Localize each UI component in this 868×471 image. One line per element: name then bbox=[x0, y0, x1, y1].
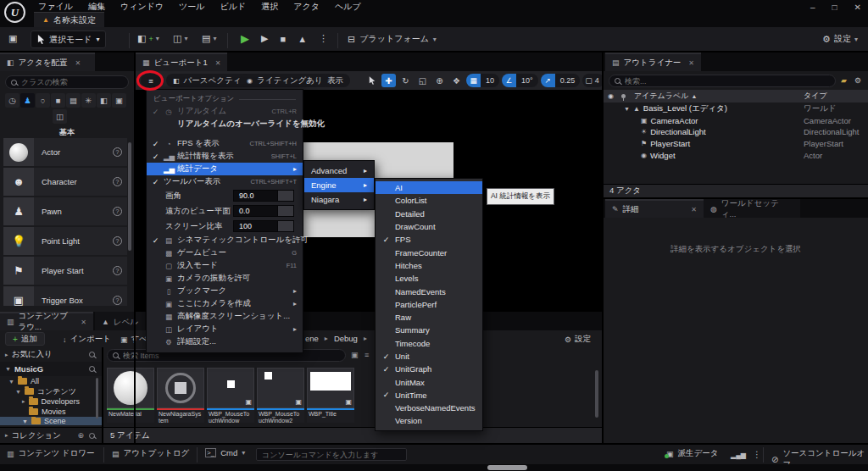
stat-item-fps[interactable]: ✓FPS bbox=[376, 233, 482, 246]
play-button[interactable]: ▶ bbox=[241, 32, 249, 45]
close-icon[interactable]: ✕ bbox=[81, 319, 86, 326]
eye-icon[interactable]: ◉ bbox=[608, 92, 614, 100]
stat-item-version[interactable]: Version bbox=[376, 414, 482, 427]
scale-snap-control[interactable]: ↗ 0.25 bbox=[541, 74, 581, 87]
save-icon[interactable]: ▣ bbox=[8, 33, 17, 44]
category-recent-icon[interactable]: ◷ bbox=[5, 93, 19, 108]
outliner-row-camera[interactable]: ▣ CameraActor CameraActor bbox=[604, 115, 868, 127]
outliner-settings-icon[interactable]: ⚙ bbox=[854, 76, 861, 85]
help-icon[interactable]: ? bbox=[113, 177, 122, 186]
settings-dropdown[interactable]: ⚙ 設定 ▾ bbox=[822, 33, 858, 45]
menu-edit[interactable]: 編集 bbox=[81, 1, 113, 13]
asset-new-niagara[interactable]: NewNiagaraSystem bbox=[157, 368, 204, 423]
search-icon[interactable] bbox=[89, 433, 95, 439]
tree-item-all[interactable]: ▼ All bbox=[0, 376, 102, 386]
tab-details[interactable]: ✎ 詳細 ✕ bbox=[605, 199, 704, 218]
list-item-player-start[interactable]: ⚑ Player Start? bbox=[3, 257, 127, 285]
menu-help[interactable]: ヘルプ bbox=[327, 1, 369, 13]
tab-world-settings[interactable]: ◍ ワールドセッティ... bbox=[704, 199, 800, 218]
category-effects-icon[interactable]: ✳ bbox=[81, 93, 96, 108]
stat-item-levels[interactable]: Levels bbox=[376, 272, 482, 285]
scrollbar[interactable] bbox=[128, 142, 131, 251]
play-options-button[interactable]: ⋮ bbox=[319, 33, 328, 44]
save-search-icon[interactable]: ▣ bbox=[351, 351, 359, 359]
stat-item-hitches[interactable]: Hitches bbox=[376, 259, 482, 272]
close-icon[interactable]: ✕ bbox=[215, 59, 221, 67]
collections-row[interactable]: ▸ コレクション ⊕ bbox=[0, 427, 102, 443]
list-item-trigger-box[interactable]: ▣ Trigger Box? bbox=[3, 286, 127, 306]
move-tool-button[interactable]: ✚ bbox=[381, 74, 396, 87]
menu-build[interactable]: ビルド bbox=[213, 1, 254, 13]
more-icon[interactable]: ⋮ bbox=[753, 450, 761, 459]
add-collection-icon[interactable]: ⊕ bbox=[77, 431, 84, 440]
menu-item-stat-data[interactable]: ▂▅ 統計データ ▸ bbox=[147, 163, 303, 175]
scrollbar[interactable] bbox=[595, 370, 598, 418]
far-plane-input[interactable]: 0.0 bbox=[233, 205, 294, 217]
show-dropdown[interactable]: 表示 bbox=[320, 74, 350, 87]
menu-item-show-fps[interactable]: ✓ ◔ FPS を表示 CTRL+SHIFT+H bbox=[147, 137, 303, 150]
list-item-point-light[interactable]: 💡 Point Light? bbox=[3, 227, 127, 255]
scrollbar[interactable] bbox=[96, 378, 98, 418]
scale-tool-button[interactable]: ◱ bbox=[415, 74, 430, 87]
minimize-button[interactable]: – bbox=[810, 3, 815, 12]
eject-button[interactable]: ▲ bbox=[298, 34, 307, 44]
tab-levels[interactable]: ▲ レベル bbox=[95, 312, 145, 330]
stat-item-raw[interactable]: Raw bbox=[376, 311, 482, 324]
stop-button[interactable]: ■ bbox=[280, 34, 286, 44]
outliner-row-level[interactable]: ▼ ▲ Basis_Level (エディタ) ワールド bbox=[604, 103, 868, 115]
asset-wbp-mouse-touch2[interactable]: ▣ WBP_MouseTouchWindow2 bbox=[257, 368, 304, 423]
surface-snap-button[interactable]: ❖ bbox=[449, 74, 464, 87]
drawer-handle[interactable] bbox=[487, 465, 527, 470]
tab-content-browser[interactable]: ▥ コンテンツブラウ... ✕ bbox=[0, 312, 93, 330]
menu-item-camera-shake[interactable]: ▣ カメラの振動を許可 bbox=[147, 272, 303, 285]
expand-arrow-icon[interactable]: ▼ bbox=[624, 106, 630, 112]
screen-percentage-input[interactable]: 100 bbox=[233, 220, 294, 232]
menu-item-game-view[interactable]: ▩ ゲームビュー G bbox=[147, 247, 303, 259]
blueprints-dropdown[interactable]: ◫▾ bbox=[173, 33, 187, 44]
close-icon[interactable]: ✕ bbox=[75, 59, 81, 67]
menu-actor[interactable]: アクタ bbox=[286, 1, 327, 13]
stat-item-drawcount[interactable]: DrawCount bbox=[376, 220, 482, 233]
asset-wbp-mouse-touch[interactable]: ▣ WBP_MouseTouchWindow bbox=[207, 368, 254, 423]
stat-item-verbosenamedevents[interactable]: VerboseNamedEvents bbox=[376, 402, 482, 414]
outliner-row-directional-light[interactable]: ☀ DirectionalLight DirectionalLight bbox=[604, 126, 868, 138]
help-icon[interactable]: ? bbox=[113, 296, 122, 305]
stat-item-colorlist[interactable]: ColorList bbox=[376, 194, 482, 207]
view-mode-dropdown[interactable]: ◉ ライティングあり bbox=[240, 74, 330, 87]
category-all-icon[interactable]: ◫ bbox=[53, 109, 67, 124]
stat-item-detailed[interactable]: Detailed bbox=[376, 208, 482, 220]
tab-outliner[interactable]: ▤ アウトライナー ✕ bbox=[605, 53, 701, 71]
stat-item-namedevents[interactable]: NamedEvents bbox=[376, 285, 482, 297]
search-icon[interactable] bbox=[89, 366, 95, 372]
menu-item-bookmarks[interactable]: ▯ ブックマーク ▸ bbox=[147, 285, 303, 297]
asset-wbp-title[interactable]: ▣ WBP_Title bbox=[307, 368, 354, 423]
category-shapes-icon[interactable]: ■ bbox=[51, 93, 65, 108]
import-button[interactable]: ↓ インポート bbox=[63, 334, 111, 345]
platform-dropdown[interactable]: ⊟ プラットフォーム ▾ bbox=[348, 33, 437, 45]
stat-item-unitmax[interactable]: UnitMax bbox=[376, 375, 482, 388]
stat-item-unittime[interactable]: ✓UnitTime bbox=[376, 389, 482, 402]
category-cinematic-icon[interactable]: ▤ bbox=[66, 93, 81, 108]
cmd-dropdown[interactable]: >_ Cmd ▾ bbox=[205, 448, 245, 457]
stat-item-unitgraph[interactable]: ✓UnitGraph bbox=[376, 363, 482, 375]
new-folder-icon[interactable]: ▰ bbox=[841, 76, 847, 85]
list-item-actor[interactable]: Actor? bbox=[3, 138, 127, 166]
panel-divider[interactable] bbox=[604, 197, 868, 199]
output-log-button[interactable]: ▤ アウトプットログ bbox=[112, 448, 189, 459]
menu-item-disable-realtime-override[interactable]: リアルタイムのオーバーライドを無効化 bbox=[147, 118, 303, 130]
console-input-box[interactable] bbox=[256, 448, 407, 461]
content-settings-button[interactable]: ⚙ 設定 bbox=[565, 334, 591, 345]
stats-graph-icon[interactable]: ▂▄▆ bbox=[731, 452, 746, 459]
project-tab[interactable]: ▲ 名称未設定 bbox=[34, 12, 104, 27]
help-icon[interactable]: ? bbox=[113, 236, 122, 246]
add-actor-dropdown[interactable]: ◧+▾ bbox=[137, 33, 159, 44]
menu-file[interactable]: ファイル bbox=[31, 1, 81, 13]
maximize-button[interactable]: □ bbox=[832, 3, 837, 12]
category-volumes-icon[interactable]: ▣ bbox=[112, 93, 126, 108]
menu-item-immersive-mode[interactable]: ▢ 没入モード F11 bbox=[147, 259, 303, 272]
outliner-search-input[interactable] bbox=[625, 77, 830, 86]
favorites-row[interactable]: ▸ お気に入り bbox=[0, 347, 102, 362]
fov-input[interactable]: 90.0 bbox=[233, 190, 294, 202]
select-mode-dropdown[interactable]: 選択モード ▾ bbox=[31, 30, 106, 48]
class-search-input[interactable] bbox=[21, 78, 123, 86]
